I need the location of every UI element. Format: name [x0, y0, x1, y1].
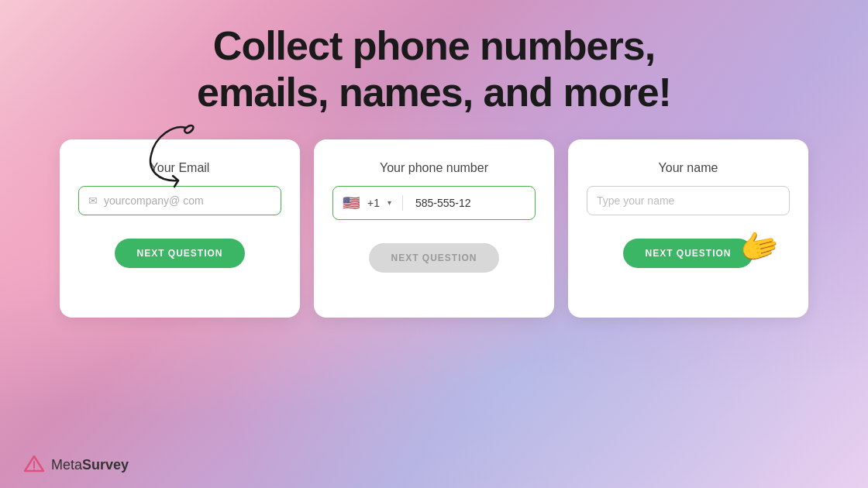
phone-next-button: NEXT QUESTION: [369, 243, 498, 273]
email-input-wrapper[interactable]: ✉ yourcompany@ com: [78, 186, 281, 215]
headline: Collect phone numbers, emails, names, an…: [197, 23, 671, 116]
phone-input-value: 585-555-12: [415, 197, 535, 209]
arrow-decoration: [143, 120, 198, 190]
phone-chevron-icon: ▾: [388, 198, 391, 207]
email-input-value: yourcompany@ com: [104, 194, 271, 207]
phone-input-wrapper[interactable]: 🇺🇸 +1 ▾ 585-555-12: [332, 186, 536, 220]
name-card: Your name Type your name 🫱 NEXT QUESTION: [568, 139, 808, 318]
name-card-label: Your name: [659, 161, 718, 175]
phone-flag: 🇺🇸: [343, 194, 360, 211]
email-icon: ✉: [88, 194, 98, 207]
name-input-placeholder: Type your name: [597, 194, 780, 207]
name-input-wrapper[interactable]: Type your name: [587, 186, 790, 215]
phone-country-code: +1: [367, 197, 380, 209]
email-next-button[interactable]: NEXT QUESTION: [115, 239, 244, 268]
name-next-button[interactable]: NEXT QUESTION: [623, 239, 753, 268]
phone-card: Your phone number 🇺🇸 +1 ▾ 585-555-12 NEX…: [314, 139, 554, 318]
main-container: Collect phone numbers, emails, names, an…: [0, 0, 868, 488]
phone-card-label: Your phone number: [380, 161, 488, 175]
cursor-hand-icon: 🫱: [735, 222, 784, 270]
phone-divider: [402, 195, 403, 211]
